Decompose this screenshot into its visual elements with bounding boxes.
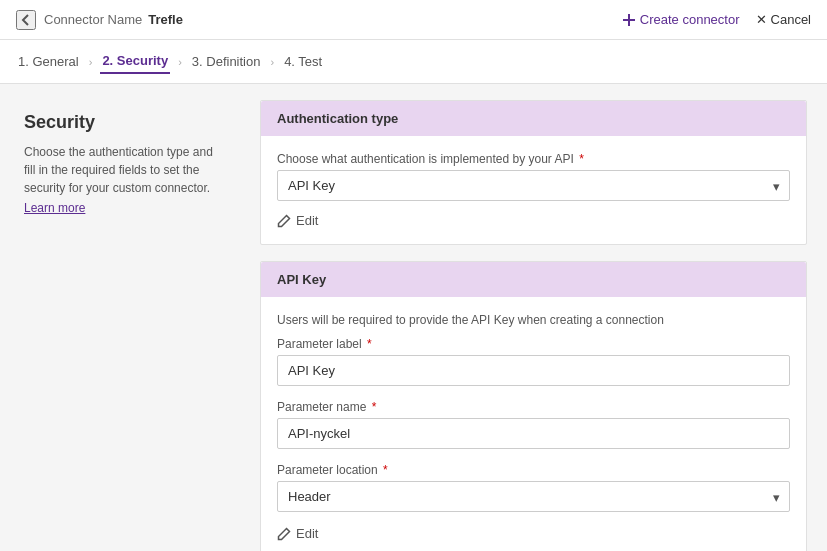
sidebar-description: Choose the authentication type and fill … <box>24 143 216 197</box>
param-location-required: * <box>383 463 388 477</box>
api-key-edit-button[interactable]: Edit <box>277 526 790 541</box>
step-security[interactable]: 2. Security <box>100 49 170 74</box>
auth-edit-button[interactable]: Edit <box>277 213 790 228</box>
api-key-card-body: Users will be required to provide the AP… <box>261 297 806 551</box>
auth-type-label: Choose what authentication is implemente… <box>277 152 790 166</box>
auth-type-select-wrapper: API Key No authentication Basic authenti… <box>277 170 790 201</box>
learn-more-link[interactable]: Learn more <box>24 201 216 215</box>
param-location-select[interactable]: Header Query <box>277 481 790 512</box>
param-label-input[interactable] <box>277 355 790 386</box>
param-name-required: * <box>372 400 377 414</box>
param-name-label: Parameter name * <box>277 400 790 414</box>
auth-type-required: * <box>579 152 584 166</box>
step-test[interactable]: 4. Test <box>282 50 324 73</box>
api-key-info-text: Users will be required to provide the AP… <box>277 313 790 327</box>
step-definition[interactable]: 3. Definition <box>190 50 263 73</box>
param-label-required: * <box>367 337 372 351</box>
step-arrow-2: › <box>178 56 182 68</box>
param-label-label: Parameter label * <box>277 337 790 351</box>
step-arrow-1: › <box>89 56 93 68</box>
connector-name: Trefle <box>148 12 183 27</box>
step-general[interactable]: 1. General <box>16 50 81 73</box>
param-name-input[interactable] <box>277 418 790 449</box>
sidebar: Security Choose the authentication type … <box>0 84 240 551</box>
cancel-button[interactable]: ✕ Cancel <box>756 12 811 27</box>
main-layout: Security Choose the authentication type … <box>0 84 827 551</box>
auth-card-body: Choose what authentication is implemente… <box>261 136 806 244</box>
header-actions: Create connector ✕ Cancel <box>622 12 811 27</box>
content-area: Authentication type Choose what authenti… <box>240 84 827 551</box>
header: Connector Name Trefle Create connector ✕… <box>0 0 827 40</box>
param-location-group: Parameter location * Header Query ▾ <box>277 463 790 512</box>
auth-type-card: Authentication type Choose what authenti… <box>260 100 807 245</box>
back-button[interactable] <box>16 10 36 30</box>
param-location-label: Parameter location * <box>277 463 790 477</box>
auth-type-select[interactable]: API Key No authentication Basic authenti… <box>277 170 790 201</box>
api-key-card-header: API Key <box>261 262 806 297</box>
api-key-card: API Key Users will be required to provid… <box>260 261 807 551</box>
sidebar-title: Security <box>24 112 216 133</box>
param-name-group: Parameter name * <box>277 400 790 449</box>
step-arrow-3: › <box>270 56 274 68</box>
auth-card-header: Authentication type <box>261 101 806 136</box>
param-location-select-wrapper: Header Query ▾ <box>277 481 790 512</box>
create-connector-button[interactable]: Create connector <box>622 12 740 27</box>
connector-label: Connector Name <box>44 12 142 27</box>
param-label-group: Parameter label * <box>277 337 790 386</box>
nav-steps: 1. General › 2. Security › 3. Definition… <box>0 40 827 84</box>
